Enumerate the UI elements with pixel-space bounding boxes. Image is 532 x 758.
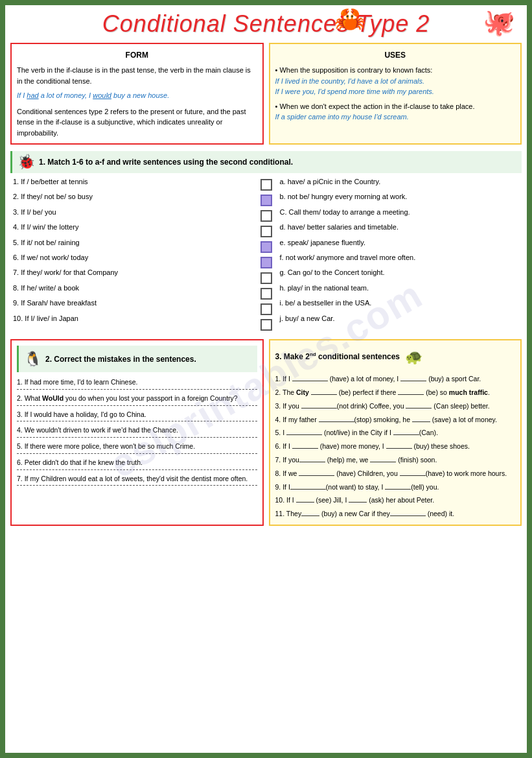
form-body1: The verb in the if-clause is in the past… [17, 65, 257, 86]
checkbox-6[interactable] [260, 257, 272, 268]
checkbox-2[interactable] [260, 195, 272, 206]
exercise1-title: 1. Match 1-6 to a-f and write sentences … [39, 158, 293, 167]
list-item: 8. If we (have) Children, you (have) to … [275, 468, 516, 479]
list-item: h. play/ in the national team. [280, 283, 520, 293]
list-item: 7. If they/ work/ for that Company [13, 268, 253, 278]
list-item: f. not work/ anymore and travel more oft… [280, 253, 520, 263]
checkbox-9[interactable] [260, 303, 272, 315]
exercise1-content: 1. If / be/better at tennis 2. If they/ … [10, 177, 522, 333]
list-item: 6. Peter didn't do that if he knew the t… [17, 458, 257, 470]
list-item: 6. If we/ not work/ today [13, 253, 253, 263]
list-item: 4. If I/ win/ the lottery [13, 222, 253, 232]
list-item: 3. If you (not drink) Coffee, you (Can s… [275, 401, 516, 412]
penguin-icon: 🐧 [24, 348, 41, 370]
list-item: 7. If my Children would eat a lot of swe… [17, 474, 257, 486]
exercise2-header: 🐧 2. Correct the mistakes in the sentenc… [17, 346, 257, 372]
page: eslprintables.com Conditional Sentences … [5, 5, 527, 753]
checkbox-4[interactable] [260, 226, 272, 237]
ladybug-icon: 🐞 [17, 154, 35, 171]
uses-ex2: If I were you, I'd spend more time with … [275, 86, 516, 97]
octopus-icon: 🐙 [483, 7, 515, 38]
list-item: 1. If / be/better at tennis [13, 177, 253, 187]
list-item: j. buy/ a new Car. [280, 314, 520, 324]
crab-icon: 🦀 [334, 4, 366, 34]
form-title: FORM [17, 49, 257, 61]
uses-ex1: If I lived in the country, I'd have a lo… [275, 76, 516, 87]
form-box: FORM The verb in the if-clause is in the… [10, 43, 264, 145]
checkbox-1[interactable] [260, 179, 272, 191]
list-item: g. Can go/ to the Concert tonight. [280, 268, 520, 278]
exercise2-title: 2. Correct the mistakes in the sentences… [45, 353, 196, 365]
list-item: i. be/ a bestseller in the USA. [280, 298, 520, 308]
checkbox-10[interactable] [260, 319, 272, 331]
checkbox-8[interactable] [260, 288, 272, 300]
list-item: 2. If they/ not be/ so busy [13, 192, 253, 202]
page-title: Conditional Sentences Type 2 [10, 10, 522, 38]
uses-bullet2: • When we don't expect the action in the… [275, 101, 516, 112]
exercise1-header: 🐞 1. Match 1-6 to a-f and write sentence… [10, 151, 522, 173]
list-item: 10. If I/ live/ in Japan [13, 314, 253, 324]
list-item: 1. If had more time, I'd to learn Chines… [17, 377, 257, 390]
list-item: b. not be/ hungry every morning at work. [280, 192, 520, 202]
list-item: 9. If I(not want) to stay, I (tell) you. [275, 482, 516, 493]
list-item: d. have/ better salaries and timetable. [280, 222, 520, 232]
list-item: 9. If Sarah/ have breakfast [13, 298, 253, 308]
list-item: 1. If I (have) a lot of money, I (buy) a… [275, 373, 516, 385]
list-item: 4. If my father (stop) smoking, he (save… [275, 414, 516, 425]
list-item: 2. The City (be) perfect if there (be) s… [275, 387, 516, 398]
uses-ex3: If a spider came into my house I'd screa… [275, 112, 516, 123]
ex1-checkboxes [258, 177, 275, 333]
list-item: 5. I (not/live) in the City if I (Can). [275, 427, 516, 438]
list-item: 3. If I would have a holiday, I'd go to … [17, 410, 257, 422]
list-item: 6. If I (have) more money, I (buy) these… [275, 441, 516, 452]
list-item: 4. We wouldn't driven to work if we'd ha… [17, 425, 257, 438]
ex1-left-column: 1. If / be/better at tennis 2. If they/ … [13, 177, 253, 333]
top-boxes: FORM The verb in the if-clause is in the… [10, 43, 522, 145]
list-item: 7. If you (help) me, we (finish) soon. [275, 455, 516, 466]
list-item: C. Call them/ today to arrange a meeting… [280, 207, 520, 217]
exercise3-box: 3. Make 2nd conditional sentences 🐢 1. I… [269, 339, 522, 526]
list-item: e. speak/ japanese fluently. [280, 238, 520, 248]
ex1-right-column: a. have/ a piCnic in the Country. b. not… [280, 177, 520, 333]
form-example1: If I had a lot of money, I would buy a n… [17, 90, 257, 101]
list-item: a. have/ a piCnic in the Country. [280, 177, 520, 187]
list-item: 3. If I/ be/ you [13, 207, 253, 217]
checkbox-7[interactable] [260, 272, 272, 284]
checkbox-5[interactable] [260, 241, 272, 253]
uses-bullet1: • When the supposition is contrary to kn… [275, 65, 516, 76]
list-item: 2. What WoUld you do when you lost your … [17, 394, 257, 406]
title-area: Conditional Sentences Type 2 🦀 🐙 [10, 10, 522, 38]
turtle-icon: 🐢 [405, 346, 422, 368]
uses-title: USES [275, 49, 516, 61]
bottom-boxes: 🐧 2. Correct the mistakes in the sentenc… [10, 339, 522, 526]
uses-box: USES • When the supposition is contrary … [269, 43, 522, 145]
exercise3-header-row: 3. Make 2nd conditional sentences 🐢 [275, 346, 516, 368]
list-item: 5. If there were more police, there won'… [17, 442, 257, 454]
checkbox-3[interactable] [260, 210, 272, 222]
list-item: 5. If it/ not be/ raining [13, 238, 253, 248]
list-item: 11. They (buy) a new Car if they (need) … [275, 508, 516, 519]
exercise2-box: 🐧 2. Correct the mistakes in the sentenc… [10, 339, 264, 526]
list-item: 10. If I (see) Jill, I (ask) her about P… [275, 495, 516, 506]
list-item: 8. If he/ write/ a book [13, 283, 253, 293]
exercise3-title: 3. Make 2nd conditional sentences [275, 351, 400, 363]
form-body2: Conditional sentences type 2 refers to t… [17, 106, 257, 139]
